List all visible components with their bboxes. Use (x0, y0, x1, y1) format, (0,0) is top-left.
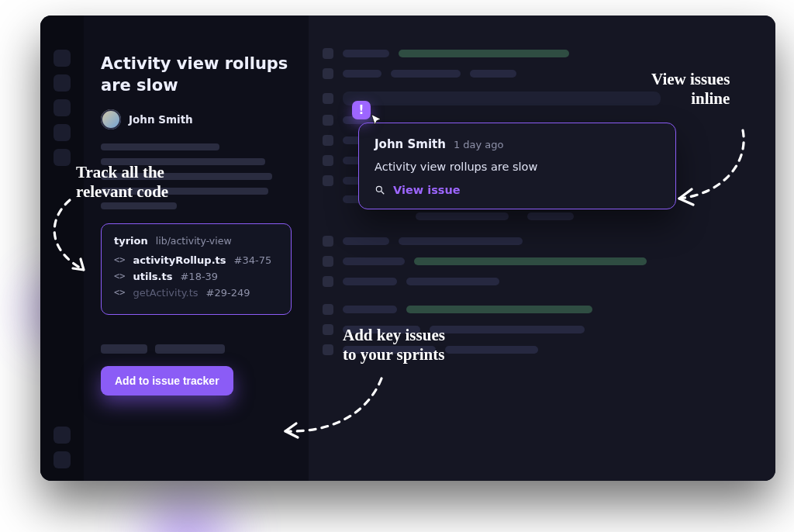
placeholder-lines (101, 344, 292, 354)
inline-issue-popover: John Smith 1 day ago Activity view rollu… (358, 123, 676, 209)
code-file-row[interactable]: <> activityRollup.ts #34-75 (114, 254, 278, 266)
project-name: tyrion (114, 235, 148, 247)
view-issue-label: View issue (393, 184, 461, 196)
nav-rail-item[interactable] (54, 99, 71, 116)
issue-title: Activity view rollups are slow (101, 53, 292, 97)
linked-code-card: tyrion lib/activity-view <> activityRoll… (101, 223, 292, 315)
nav-rail-item[interactable] (54, 74, 71, 92)
popover-age: 1 day ago (454, 139, 504, 150)
nav-rail-item[interactable] (54, 451, 71, 468)
nav-rail (40, 16, 84, 481)
code-line-range: #29-249 (206, 287, 250, 299)
app-window: Activity view rollups are slow John Smit… (40, 16, 775, 481)
popover-title: Activity view rollups are slow (375, 161, 660, 173)
add-to-tracker-button[interactable]: Add to issue tracker (101, 366, 233, 396)
code-line-range: #34-75 (234, 254, 272, 266)
code-file-row[interactable]: <> getActivity.ts #29-249 (114, 287, 278, 299)
svg-line-1 (381, 192, 385, 195)
code-file-row[interactable]: <> utils.ts #18-39 (114, 271, 278, 282)
avatar (101, 109, 121, 130)
issue-badge-icon[interactable]: ! (352, 101, 371, 119)
nav-rail-item[interactable] (54, 50, 71, 67)
inline-issue-anchor: ! John Smith 1 day ago Activity view rol… (358, 109, 676, 209)
nav-rail-item[interactable] (54, 149, 71, 166)
view-issue-link[interactable]: View issue (375, 184, 660, 196)
issue-author: John Smith (101, 109, 292, 130)
search-icon (375, 185, 385, 195)
project-subpath: lib/activity-view (156, 235, 232, 247)
code-icon: <> (114, 287, 125, 298)
editor-area: ! John Smith 1 day ago Activity view rol… (309, 16, 775, 481)
issue-sidebar: Activity view rollups are slow John Smit… (84, 16, 309, 481)
code-file-name: getActivity.ts (133, 287, 198, 299)
nav-rail-item[interactable] (54, 124, 71, 141)
code-file-name: activityRollup.ts (133, 254, 226, 266)
project-path: tyrion lib/activity-view (114, 235, 278, 247)
svg-point-0 (376, 186, 381, 192)
stage: Activity view rollups are slow John Smit… (9, 16, 785, 512)
code-file-name: utils.ts (133, 271, 172, 282)
code-icon: <> (114, 271, 125, 282)
placeholder-lines (101, 143, 292, 209)
issue-author-name: John Smith (129, 113, 193, 126)
code-line-range: #18-39 (180, 271, 218, 282)
code-icon: <> (114, 254, 125, 265)
nav-rail-item[interactable] (54, 427, 71, 444)
window-content: Activity view rollups are slow John Smit… (40, 16, 775, 481)
popover-author: John Smith (375, 137, 446, 151)
